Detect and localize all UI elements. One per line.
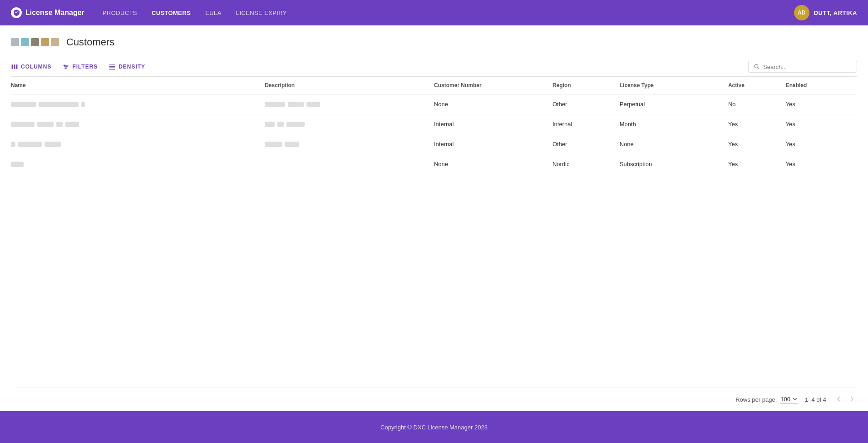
col-enabled: Enabled xyxy=(786,77,857,94)
col-description: Description xyxy=(265,77,434,94)
color-blocks xyxy=(11,38,59,46)
col-active: Active xyxy=(728,77,786,94)
footer: Copyright © DXC License Manager 2023 xyxy=(0,411,868,443)
svg-point-8 xyxy=(65,68,66,69)
nav-eula[interactable]: EULA xyxy=(205,10,222,16)
col-customer-number: Customer Number xyxy=(434,77,552,94)
region-4: Nordic xyxy=(552,154,620,174)
page-title-row: Customers xyxy=(11,36,857,48)
active-2: Yes xyxy=(728,114,786,134)
svg-point-6 xyxy=(64,64,65,66)
avatar-initials: AD xyxy=(798,10,805,16)
svg-point-7 xyxy=(66,66,67,67)
name-cell-3 xyxy=(11,142,261,147)
table-row[interactable]: Internal Other None Yes Yes xyxy=(11,134,857,154)
chevron-left-icon xyxy=(835,395,843,403)
col-region: Region xyxy=(552,77,620,94)
next-page-button[interactable] xyxy=(846,394,857,406)
table-container: Name Description Customer Number Region … xyxy=(11,77,857,411)
density-label: DENSITY xyxy=(118,64,145,70)
enabled-2: Yes xyxy=(786,114,857,134)
brand[interactable]: License Manager xyxy=(11,7,84,18)
columns-button[interactable]: COLUMNS xyxy=(11,61,51,72)
table-row[interactable]: Internal Internal Month Yes Yes xyxy=(11,114,857,134)
rows-per-page-value: 100 xyxy=(780,396,790,403)
customer-number-4: None xyxy=(434,154,552,174)
table-body: None Other Perpetual No Yes xyxy=(11,94,857,174)
enabled-1: Yes xyxy=(786,94,857,114)
density-button[interactable]: DENSITY xyxy=(108,61,145,72)
color-block-2 xyxy=(21,38,29,46)
table-footer: Rows per page: 100 1–4 of 4 xyxy=(11,388,857,411)
avatar: AD xyxy=(794,5,809,20)
customer-number-3: Internal xyxy=(434,134,552,154)
customer-number-2: Internal xyxy=(434,114,552,134)
col-name: Name xyxy=(11,77,265,94)
brand-icon xyxy=(11,7,22,18)
table-row[interactable]: None Other Perpetual No Yes xyxy=(11,94,857,114)
color-block-3 xyxy=(31,38,39,46)
license-type-3: None xyxy=(620,134,728,154)
svg-point-13 xyxy=(755,64,758,68)
region-3: Other xyxy=(552,134,620,154)
color-block-4 xyxy=(41,38,49,46)
copyright-text: Copyright © DXC License Manager 2023 xyxy=(380,424,488,431)
svg-rect-2 xyxy=(16,64,17,69)
density-icon xyxy=(108,63,116,70)
filters-label: FILTERS xyxy=(72,64,98,70)
svg-line-14 xyxy=(758,68,760,69)
region-1: Other xyxy=(552,94,620,114)
columns-label: COLUMNS xyxy=(21,64,51,70)
filters-button[interactable]: FILTERS xyxy=(62,61,98,72)
region-2: Internal xyxy=(552,114,620,134)
color-block-1 xyxy=(11,38,19,46)
table-header: Name Description Customer Number Region … xyxy=(11,77,857,94)
table-row[interactable]: None Nordic Subscription Yes Yes xyxy=(11,154,857,174)
active-1: No xyxy=(728,94,786,114)
search-container xyxy=(748,61,857,73)
customer-number-1: None xyxy=(434,94,552,114)
nav: PRODUCTS CUSTOMERS EULA LICENSE EXPIRY xyxy=(103,10,794,16)
search-icon xyxy=(753,63,760,70)
nav-customers[interactable]: CUSTOMERS xyxy=(152,10,191,16)
name-cell-4 xyxy=(11,162,261,167)
page-title: Customers xyxy=(66,36,114,48)
name-cell-1 xyxy=(11,102,261,107)
user-info: AD DUTT, ARTIKA xyxy=(794,5,857,20)
data-table: Name Description Customer Number Region … xyxy=(11,77,857,174)
active-4: Yes xyxy=(728,154,786,174)
name-cell-2 xyxy=(11,122,261,127)
license-type-1: Perpetual xyxy=(620,94,728,114)
columns-icon xyxy=(11,63,18,70)
pagination-info: 1–4 of 4 xyxy=(805,396,826,403)
search-input[interactable] xyxy=(763,64,852,70)
rows-per-page: Rows per page: 100 xyxy=(735,396,798,404)
col-license-type: License Type xyxy=(620,77,728,94)
nav-products[interactable]: PRODUCTS xyxy=(103,10,137,16)
license-type-2: Month xyxy=(620,114,728,134)
chevron-right-icon xyxy=(848,395,855,403)
toolbar: COLUMNS FILTERS DENSITY xyxy=(11,57,857,77)
table-wrapper: Name Description Customer Number Region … xyxy=(11,77,857,388)
license-type-4: Subscription xyxy=(620,154,728,174)
color-block-5 xyxy=(51,38,59,46)
pagination-controls xyxy=(833,394,857,406)
desc-cell-1 xyxy=(265,102,430,107)
user-name: DUTT, ARTIKA xyxy=(814,10,857,16)
brand-label: License Manager xyxy=(25,9,84,17)
active-3: Yes xyxy=(728,134,786,154)
rows-per-page-select[interactable]: 100 xyxy=(780,396,798,404)
svg-rect-0 xyxy=(12,64,13,69)
desc-cell-2 xyxy=(265,122,430,127)
nav-license-expiry[interactable]: LICENSE EXPIRY xyxy=(236,10,287,16)
enabled-3: Yes xyxy=(786,134,857,154)
header: License Manager PRODUCTS CUSTOMERS EULA … xyxy=(0,0,868,25)
filters-icon xyxy=(62,63,69,70)
desc-cell-3 xyxy=(265,142,430,147)
enabled-4: Yes xyxy=(786,154,857,174)
chevron-down-icon xyxy=(792,396,798,402)
prev-page-button[interactable] xyxy=(833,394,844,406)
rows-per-page-label: Rows per page: xyxy=(735,396,777,403)
svg-rect-1 xyxy=(14,64,15,69)
